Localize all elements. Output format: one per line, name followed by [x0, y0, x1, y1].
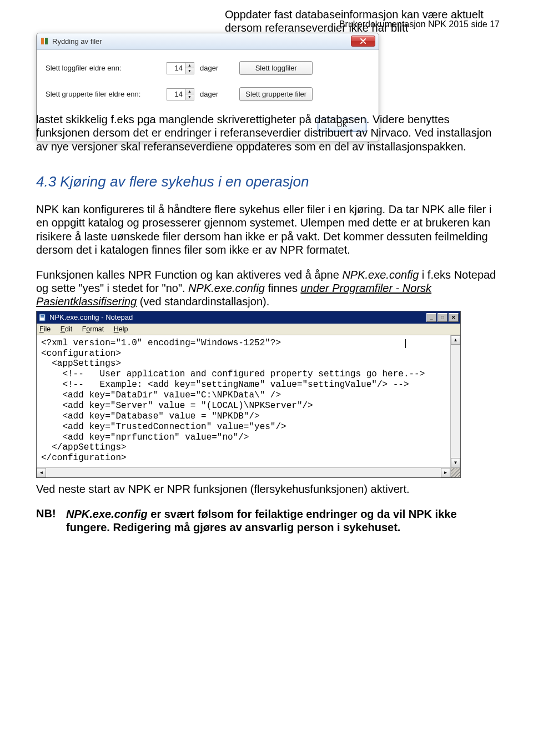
- close-icon: [360, 38, 366, 44]
- svg-rect-1: [45, 38, 48, 44]
- dialog-title: Rydding av filer: [52, 37, 102, 46]
- svg-rect-4: [41, 316, 44, 317]
- days-input-logfiles[interactable]: [167, 63, 185, 73]
- svg-rect-5: [41, 317, 44, 318]
- notepad-titlebar: NPK.exe.config - Notepad _ □ ✕: [37, 311, 460, 324]
- chevron-down-icon[interactable]: ▼: [185, 68, 194, 74]
- menu-format[interactable]: Format: [82, 325, 104, 333]
- notepad-icon: [38, 313, 47, 322]
- paragraph-3: Funksjonen kalles NPR Function og kan ak…: [36, 268, 500, 309]
- unit-label: dager: [200, 64, 218, 72]
- paragraph-1b: lastet skikkelig f.eks pga manglende skr…: [36, 113, 500, 153]
- chevron-up-icon[interactable]: ▲: [185, 89, 194, 94]
- chevron-right-icon[interactable]: ►: [441, 468, 450, 477]
- delete-logfiles-button[interactable]: Slett loggfiler: [239, 61, 313, 75]
- section-heading-4-3: 4.3 Kjøring av flere sykehus i en operas…: [36, 173, 500, 190]
- menu-file[interactable]: File: [39, 325, 51, 333]
- close-button[interactable]: [351, 36, 375, 47]
- notepad-title: NPK.exe.config - Notepad: [49, 313, 133, 321]
- chevron-left-icon[interactable]: ◄: [37, 468, 46, 477]
- label-grouped: Slett grupperte filer eldre enn:: [46, 90, 167, 98]
- days-stepper-grouped[interactable]: ▲ ▼: [167, 88, 194, 100]
- paragraph-4: Ved neste start av NPK er NPR funksjonen…: [36, 482, 500, 496]
- paragraph-2: NPK kan konfigureres til å håndtere fler…: [36, 203, 500, 257]
- scrollbar-vertical[interactable]: ▲ ▼: [450, 335, 460, 468]
- notepad-menubar: File Edit Format Help: [37, 324, 460, 335]
- close-button[interactable]: ✕: [449, 313, 459, 322]
- chevron-up-icon[interactable]: ▲: [451, 335, 460, 345]
- maximize-button[interactable]: □: [438, 313, 447, 322]
- menu-help[interactable]: Help: [114, 325, 128, 333]
- chevron-down-icon[interactable]: ▼: [451, 458, 460, 467]
- menu-edit[interactable]: Edit: [61, 325, 73, 333]
- days-stepper-logfiles[interactable]: ▲ ▼: [167, 62, 194, 74]
- chevron-up-icon[interactable]: ▲: [185, 63, 194, 68]
- notepad-textarea[interactable]: <?xml version="1.0" encoding="Windows-12…: [37, 335, 450, 468]
- notepad-window: NPK.exe.config - Notepad _ □ ✕ File Edit…: [36, 311, 461, 478]
- delete-grouped-button[interactable]: Slett grupperte filer: [239, 87, 313, 101]
- minimize-button[interactable]: _: [426, 313, 436, 322]
- nb-note: NB! NPK.exe.config er svært følsom for f…: [36, 507, 500, 535]
- svg-rect-3: [41, 315, 44, 316]
- days-input-grouped[interactable]: [167, 89, 185, 99]
- resize-grip[interactable]: [450, 468, 460, 477]
- app-icon: [40, 37, 49, 46]
- unit-label: dager: [200, 90, 218, 98]
- scrollbar-horizontal[interactable]: ◄ ►: [37, 467, 460, 477]
- label-logfiles: Slett loggfiler eldre enn:: [46, 64, 167, 72]
- text-caret: [405, 339, 406, 348]
- chevron-down-icon[interactable]: ▼: [185, 94, 194, 100]
- svg-rect-0: [41, 38, 44, 44]
